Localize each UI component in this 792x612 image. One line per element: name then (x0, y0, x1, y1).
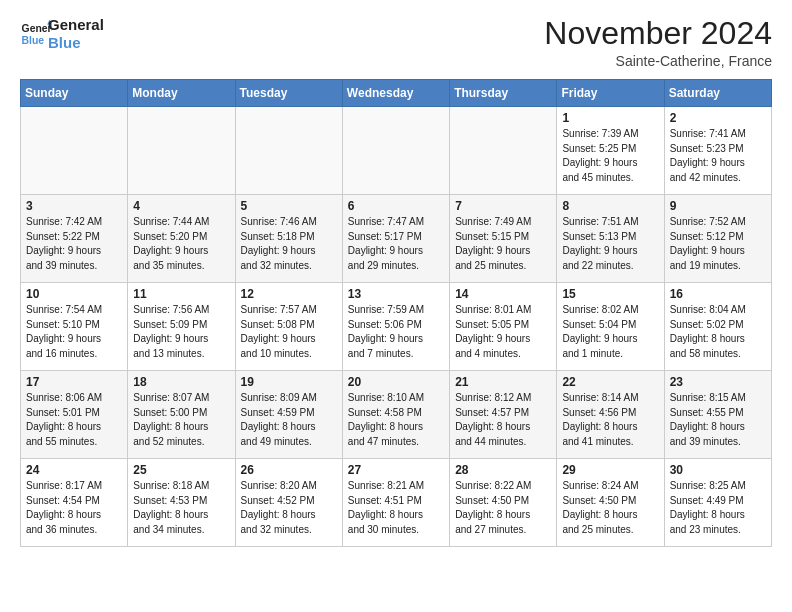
calendar-cell-4: 4Sunrise: 7:44 AM Sunset: 5:20 PM Daylig… (128, 195, 235, 283)
day-number: 10 (26, 287, 122, 301)
day-info: Sunrise: 7:59 AM Sunset: 5:06 PM Dayligh… (348, 303, 444, 361)
calendar-cell-27: 27Sunrise: 8:21 AM Sunset: 4:51 PM Dayli… (342, 459, 449, 547)
calendar-week-0: 1Sunrise: 7:39 AM Sunset: 5:25 PM Daylig… (21, 107, 772, 195)
calendar-cell-7: 7Sunrise: 7:49 AM Sunset: 5:15 PM Daylig… (450, 195, 557, 283)
month-title: November 2024 (544, 16, 772, 51)
calendar: SundayMondayTuesdayWednesdayThursdayFrid… (20, 79, 772, 547)
calendar-week-4: 24Sunrise: 8:17 AM Sunset: 4:54 PM Dayli… (21, 459, 772, 547)
logo-line1: General (48, 16, 104, 34)
day-info: Sunrise: 7:47 AM Sunset: 5:17 PM Dayligh… (348, 215, 444, 273)
calendar-cell-15: 15Sunrise: 8:02 AM Sunset: 5:04 PM Dayli… (557, 283, 664, 371)
calendar-cell-11: 11Sunrise: 7:56 AM Sunset: 5:09 PM Dayli… (128, 283, 235, 371)
day-number: 17 (26, 375, 122, 389)
calendar-cell-16: 16Sunrise: 8:04 AM Sunset: 5:02 PM Dayli… (664, 283, 771, 371)
day-info: Sunrise: 8:24 AM Sunset: 4:50 PM Dayligh… (562, 479, 658, 537)
calendar-cell-empty (21, 107, 128, 195)
day-number: 19 (241, 375, 337, 389)
calendar-header-wednesday: Wednesday (342, 80, 449, 107)
day-number: 23 (670, 375, 766, 389)
day-number: 22 (562, 375, 658, 389)
day-info: Sunrise: 8:02 AM Sunset: 5:04 PM Dayligh… (562, 303, 658, 361)
day-info: Sunrise: 8:25 AM Sunset: 4:49 PM Dayligh… (670, 479, 766, 537)
day-info: Sunrise: 8:18 AM Sunset: 4:53 PM Dayligh… (133, 479, 229, 537)
day-info: Sunrise: 8:01 AM Sunset: 5:05 PM Dayligh… (455, 303, 551, 361)
calendar-week-1: 3Sunrise: 7:42 AM Sunset: 5:22 PM Daylig… (21, 195, 772, 283)
day-info: Sunrise: 8:22 AM Sunset: 4:50 PM Dayligh… (455, 479, 551, 537)
day-number: 3 (26, 199, 122, 213)
calendar-cell-19: 19Sunrise: 8:09 AM Sunset: 4:59 PM Dayli… (235, 371, 342, 459)
day-info: Sunrise: 7:54 AM Sunset: 5:10 PM Dayligh… (26, 303, 122, 361)
day-info: Sunrise: 8:15 AM Sunset: 4:55 PM Dayligh… (670, 391, 766, 449)
day-info: Sunrise: 8:14 AM Sunset: 4:56 PM Dayligh… (562, 391, 658, 449)
day-info: Sunrise: 8:10 AM Sunset: 4:58 PM Dayligh… (348, 391, 444, 449)
day-info: Sunrise: 7:51 AM Sunset: 5:13 PM Dayligh… (562, 215, 658, 273)
calendar-cell-13: 13Sunrise: 7:59 AM Sunset: 5:06 PM Dayli… (342, 283, 449, 371)
calendar-cell-6: 6Sunrise: 7:47 AM Sunset: 5:17 PM Daylig… (342, 195, 449, 283)
calendar-header-row: SundayMondayTuesdayWednesdayThursdayFrid… (21, 80, 772, 107)
day-info: Sunrise: 7:41 AM Sunset: 5:23 PM Dayligh… (670, 127, 766, 185)
day-info: Sunrise: 7:44 AM Sunset: 5:20 PM Dayligh… (133, 215, 229, 273)
page: General Blue General Blue November 2024 … (0, 0, 792, 612)
calendar-cell-1: 1Sunrise: 7:39 AM Sunset: 5:25 PM Daylig… (557, 107, 664, 195)
day-info: Sunrise: 7:42 AM Sunset: 5:22 PM Dayligh… (26, 215, 122, 273)
day-number: 20 (348, 375, 444, 389)
calendar-cell-26: 26Sunrise: 8:20 AM Sunset: 4:52 PM Dayli… (235, 459, 342, 547)
day-info: Sunrise: 7:39 AM Sunset: 5:25 PM Dayligh… (562, 127, 658, 185)
calendar-cell-9: 9Sunrise: 7:52 AM Sunset: 5:12 PM Daylig… (664, 195, 771, 283)
day-number: 18 (133, 375, 229, 389)
day-info: Sunrise: 7:46 AM Sunset: 5:18 PM Dayligh… (241, 215, 337, 273)
day-info: Sunrise: 8:07 AM Sunset: 5:00 PM Dayligh… (133, 391, 229, 449)
calendar-cell-18: 18Sunrise: 8:07 AM Sunset: 5:00 PM Dayli… (128, 371, 235, 459)
calendar-cell-25: 25Sunrise: 8:18 AM Sunset: 4:53 PM Dayli… (128, 459, 235, 547)
day-info: Sunrise: 8:17 AM Sunset: 4:54 PM Dayligh… (26, 479, 122, 537)
day-number: 6 (348, 199, 444, 213)
location: Sainte-Catherine, France (544, 53, 772, 69)
day-number: 5 (241, 199, 337, 213)
logo-line2: Blue (48, 34, 104, 52)
day-number: 12 (241, 287, 337, 301)
day-info: Sunrise: 8:20 AM Sunset: 4:52 PM Dayligh… (241, 479, 337, 537)
day-number: 25 (133, 463, 229, 477)
day-number: 21 (455, 375, 551, 389)
title-block: November 2024 Sainte-Catherine, France (544, 16, 772, 69)
day-number: 29 (562, 463, 658, 477)
day-number: 27 (348, 463, 444, 477)
day-info: Sunrise: 7:57 AM Sunset: 5:08 PM Dayligh… (241, 303, 337, 361)
calendar-cell-17: 17Sunrise: 8:06 AM Sunset: 5:01 PM Dayli… (21, 371, 128, 459)
day-info: Sunrise: 8:09 AM Sunset: 4:59 PM Dayligh… (241, 391, 337, 449)
calendar-header-thursday: Thursday (450, 80, 557, 107)
calendar-cell-29: 29Sunrise: 8:24 AM Sunset: 4:50 PM Dayli… (557, 459, 664, 547)
day-info: Sunrise: 8:21 AM Sunset: 4:51 PM Dayligh… (348, 479, 444, 537)
day-number: 26 (241, 463, 337, 477)
calendar-cell-30: 30Sunrise: 8:25 AM Sunset: 4:49 PM Dayli… (664, 459, 771, 547)
calendar-cell-24: 24Sunrise: 8:17 AM Sunset: 4:54 PM Dayli… (21, 459, 128, 547)
logo: General Blue General Blue (20, 16, 104, 52)
calendar-cell-5: 5Sunrise: 7:46 AM Sunset: 5:18 PM Daylig… (235, 195, 342, 283)
calendar-cell-empty (450, 107, 557, 195)
calendar-cell-12: 12Sunrise: 7:57 AM Sunset: 5:08 PM Dayli… (235, 283, 342, 371)
day-number: 28 (455, 463, 551, 477)
calendar-week-3: 17Sunrise: 8:06 AM Sunset: 5:01 PM Dayli… (21, 371, 772, 459)
calendar-cell-23: 23Sunrise: 8:15 AM Sunset: 4:55 PM Dayli… (664, 371, 771, 459)
day-info: Sunrise: 7:49 AM Sunset: 5:15 PM Dayligh… (455, 215, 551, 273)
day-number: 4 (133, 199, 229, 213)
day-info: Sunrise: 7:56 AM Sunset: 5:09 PM Dayligh… (133, 303, 229, 361)
day-info: Sunrise: 8:04 AM Sunset: 5:02 PM Dayligh… (670, 303, 766, 361)
day-number: 24 (26, 463, 122, 477)
calendar-week-2: 10Sunrise: 7:54 AM Sunset: 5:10 PM Dayli… (21, 283, 772, 371)
day-info: Sunrise: 8:12 AM Sunset: 4:57 PM Dayligh… (455, 391, 551, 449)
calendar-cell-empty (342, 107, 449, 195)
calendar-header-monday: Monday (128, 80, 235, 107)
day-number: 2 (670, 111, 766, 125)
calendar-cell-10: 10Sunrise: 7:54 AM Sunset: 5:10 PM Dayli… (21, 283, 128, 371)
day-number: 8 (562, 199, 658, 213)
calendar-cell-14: 14Sunrise: 8:01 AM Sunset: 5:05 PM Dayli… (450, 283, 557, 371)
calendar-cell-28: 28Sunrise: 8:22 AM Sunset: 4:50 PM Dayli… (450, 459, 557, 547)
calendar-cell-3: 3Sunrise: 7:42 AM Sunset: 5:22 PM Daylig… (21, 195, 128, 283)
day-number: 7 (455, 199, 551, 213)
day-number: 30 (670, 463, 766, 477)
calendar-cell-20: 20Sunrise: 8:10 AM Sunset: 4:58 PM Dayli… (342, 371, 449, 459)
calendar-cell-22: 22Sunrise: 8:14 AM Sunset: 4:56 PM Dayli… (557, 371, 664, 459)
calendar-cell-8: 8Sunrise: 7:51 AM Sunset: 5:13 PM Daylig… (557, 195, 664, 283)
day-number: 16 (670, 287, 766, 301)
